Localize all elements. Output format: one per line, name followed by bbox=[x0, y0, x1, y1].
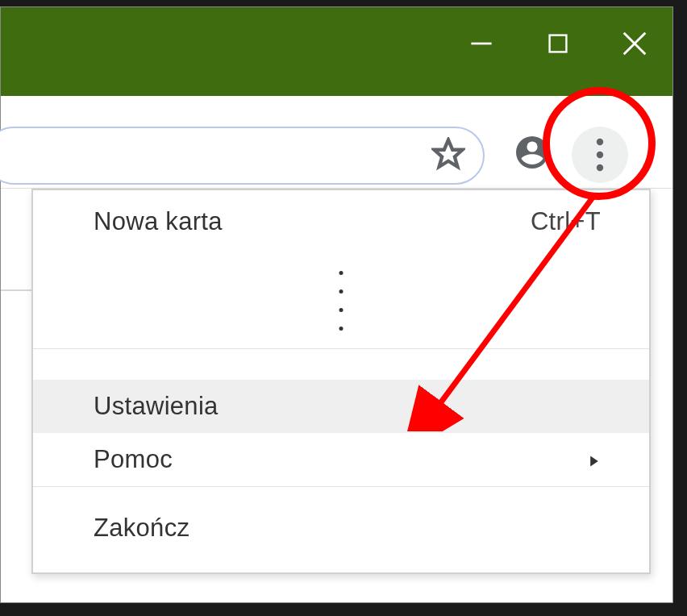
menu-spacer bbox=[33, 555, 649, 572]
chevron-right-icon bbox=[588, 445, 601, 474]
svg-rect-1 bbox=[549, 35, 566, 52]
menu-spacer bbox=[33, 487, 649, 502]
profile-icon[interactable] bbox=[513, 133, 552, 172]
menu-item-shortcut: Ctrl+T bbox=[531, 207, 601, 236]
chrome-dropdown-menu: Nowa karta Ctrl+T Ustawienia Pomoc Zakoń… bbox=[31, 189, 651, 574]
chrome-menu-button[interactable] bbox=[572, 127, 628, 183]
close-icon bbox=[619, 28, 650, 59]
minimize-button[interactable] bbox=[443, 15, 519, 72]
maximize-icon bbox=[545, 31, 571, 56]
menu-collapsed-gap bbox=[33, 253, 649, 348]
close-button[interactable] bbox=[596, 15, 672, 72]
maximize-button[interactable] bbox=[519, 15, 596, 72]
svg-marker-8 bbox=[590, 456, 598, 467]
menu-item-label: Ustawienia bbox=[94, 392, 219, 421]
svg-point-5 bbox=[597, 139, 603, 145]
titlebar bbox=[1, 7, 672, 96]
kebab-icon bbox=[596, 137, 604, 173]
menu-spacer bbox=[33, 349, 649, 380]
bookmark-star-icon[interactable] bbox=[431, 137, 465, 174]
minimize-icon bbox=[467, 29, 496, 58]
ellipsis-icon bbox=[339, 271, 344, 331]
svg-point-7 bbox=[597, 164, 603, 171]
browser-toolbar bbox=[1, 96, 672, 189]
menu-item-label: Pomoc bbox=[94, 445, 173, 474]
page-divider bbox=[1, 289, 31, 291]
svg-point-6 bbox=[597, 152, 603, 158]
browser-window: Nowa karta Ctrl+T Ustawienia Pomoc Zakoń… bbox=[0, 6, 673, 603]
menu-item-label: Zakończ bbox=[94, 514, 189, 543]
menu-item-exit[interactable]: Zakończ bbox=[33, 502, 649, 555]
menu-item-new-tab[interactable]: Nowa karta Ctrl+T bbox=[33, 190, 649, 253]
menu-item-help[interactable]: Pomoc bbox=[33, 433, 649, 486]
address-bar[interactable] bbox=[0, 127, 485, 185]
menu-item-label: Nowa karta bbox=[94, 207, 223, 236]
svg-marker-4 bbox=[435, 140, 463, 167]
menu-item-settings[interactable]: Ustawienia bbox=[33, 380, 649, 433]
